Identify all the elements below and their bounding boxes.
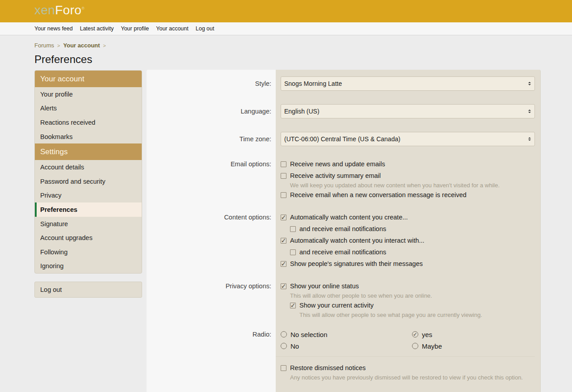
checkbox-label: Receive news and update emails (290, 160, 385, 168)
sidebar-item-password-and-security[interactable]: Password and security (35, 174, 142, 189)
sidebar-item-account-details[interactable]: Account details (35, 160, 142, 174)
field-label-privacy-options: Privacy options: (147, 275, 276, 324)
checkbox-unchecked[interactable] (281, 192, 286, 198)
breadcrumb-link-forums[interactable]: Forums (34, 42, 54, 49)
nav-item-log-out[interactable]: Log out (196, 25, 214, 32)
breadcrumb-link-your-account[interactable]: Your account (63, 42, 100, 49)
sidebar-item-ignoring[interactable]: Ignoring (35, 259, 142, 274)
field-label-email-options: Email options: (147, 153, 276, 206)
row-content: No selectionNo✓yesMaybe (276, 324, 540, 356)
checkbox-row-and-receive-email-notifications: and receive email notifications (290, 223, 535, 235)
checkbox-row-show-people-s-signatures-with-their-messages: ✓Show people's signatures with their mes… (281, 258, 535, 270)
nav-item-your-news-feed[interactable]: Your news feed (34, 25, 73, 32)
form-row-content-options: Content options:✓Automatically watch con… (147, 206, 540, 275)
sidebar-item-reactions-received[interactable]: Reactions received (35, 115, 142, 130)
checkbox-label: and receive email notifications (299, 249, 386, 256)
time-zone-select[interactable]: (UTC-06:00) Central Time (US & Canada) (281, 132, 535, 146)
radio-unselected[interactable] (281, 343, 287, 349)
form-row-style: Style:Snogs Morning Latte (147, 70, 540, 97)
sidebar-item-preferences[interactable]: Preferences (35, 202, 142, 217)
checkbox-row-restore-dismissed-notices: Restore dismissed notices (281, 362, 535, 374)
checkbox-unchecked[interactable] (281, 365, 286, 371)
language-select[interactable]: English (US) (281, 104, 535, 118)
sidebar-item-signature[interactable]: Signature (35, 217, 142, 231)
preferences-form-panel: Style:Snogs Morning LatteLanguage:Englis… (147, 70, 541, 392)
row-content: Restore dismissed noticesAny notices you… (276, 357, 540, 387)
select-arrows-icon (528, 110, 531, 113)
form-row-language: Language:English (US) (147, 97, 540, 125)
row-content: (UTC-06:00) Central Time (US & Canada) (276, 125, 540, 153)
checkbox-unchecked[interactable] (290, 226, 296, 232)
checkbox-unchecked[interactable] (290, 249, 296, 255)
checkbox-row-receive-activity-summary-email: Receive activity summary email (281, 170, 535, 181)
radio-row-maybe: Maybe (412, 340, 442, 352)
field-label-radio: Radio: (147, 324, 276, 356)
checkbox-row-receive-email-when-a-new-conversation-message-is-received: Receive email when a new conversation me… (281, 189, 535, 201)
arrow-down-icon (528, 139, 531, 141)
radio-unselected[interactable] (412, 343, 418, 349)
form-row-privacy-options: Privacy options:✓Show your online status… (147, 275, 540, 324)
checkbox-checked[interactable]: ✓ (290, 303, 296, 308)
checkbox-label: Receive email when a new conversation me… (290, 191, 467, 198)
field-label-content-options: Content options: (147, 206, 276, 275)
radio-label: No (290, 342, 299, 350)
radio-selected[interactable]: ✓ (412, 331, 418, 337)
arrow-up-icon (528, 137, 531, 139)
top-nav: Your news feedLatest activityYour profil… (0, 22, 572, 35)
sidebar-item-alerts[interactable]: Alerts (35, 101, 142, 116)
select-arrows-icon (528, 82, 531, 85)
arrow-up-icon (528, 82, 531, 83)
form-row-radio: Radio:No selectionNo✓yesMaybe (147, 324, 540, 356)
radio-row-no-selection: No selection (281, 329, 412, 340)
hint-text: This will allow other people to see what… (299, 311, 535, 319)
arrow-down-icon (528, 84, 531, 85)
nav-item-your-profile[interactable]: Your profile (121, 25, 149, 32)
page-title: Preferences (34, 53, 92, 66)
checkbox-label: Automatically watch content you create..… (290, 214, 408, 221)
nav-item-latest-activity[interactable]: Latest activity (80, 25, 114, 32)
row-content: Snogs Morning Latte (276, 70, 540, 97)
checkbox-label: Receive activity summary email (290, 172, 381, 179)
checkbox-label: and receive email notifications (299, 225, 386, 232)
time-zone-select-value: (UTC-06:00) Central Time (US & Canada) (284, 135, 528, 143)
hint-text: We will keep you updated about new conte… (290, 181, 535, 189)
form-row-row: Restore dismissed noticesAny notices you… (147, 357, 540, 387)
checkbox-label: Restore dismissed notices (290, 364, 366, 371)
checkbox-unchecked[interactable] (281, 161, 286, 167)
checkbox-row-show-your-current-activity: ✓Show your current activity (290, 299, 535, 311)
checkbox-checked[interactable]: ✓ (281, 283, 286, 289)
sidebar-logout-button[interactable]: Log out (34, 282, 142, 298)
radio-column: No selectionNo (281, 329, 412, 352)
checkbox-row-automatically-watch-content-you-create: ✓Automatically watch content you create.… (281, 211, 535, 223)
language-select-value: English (US) (284, 108, 528, 115)
sidebar-item-your-profile[interactable]: Your profile (35, 87, 142, 101)
sidebar-item-account-upgrades[interactable]: Account upgrades (35, 231, 142, 245)
breadcrumb-separator-icon: > (103, 43, 106, 48)
row-content: English (US) (276, 97, 540, 125)
checkbox-label: Show your current activity (299, 302, 374, 309)
checkbox-checked[interactable]: ✓ (281, 261, 286, 267)
nav-item-your-account[interactable]: Your account (156, 25, 189, 32)
logo-trademark: ® (82, 6, 85, 11)
radio-label: yes (422, 331, 432, 338)
field-label-row (147, 357, 276, 387)
breadcrumb-separator-icon: > (57, 43, 60, 48)
app-header: xenForo® (0, 0, 572, 22)
arrow-down-icon (528, 112, 531, 113)
sidebar-item-following[interactable]: Following (35, 245, 142, 259)
row-content: ✓Show your online statusThis will allow … (276, 275, 540, 324)
field-label-language: Language: (147, 97, 276, 125)
style-select[interactable]: Snogs Morning Latte (281, 76, 535, 91)
radio-unselected[interactable] (281, 331, 287, 337)
checkbox-row-and-receive-email-notifications: and receive email notifications (290, 246, 535, 258)
sidebar-item-bookmarks[interactable]: Bookmarks (35, 130, 142, 144)
form-row-time-zone: Time zone:(UTC-06:00) Central Time (US &… (147, 125, 540, 153)
checkbox-unchecked[interactable] (281, 173, 286, 179)
logo-foro: Foro (55, 3, 81, 17)
sidebar-item-privacy[interactable]: Privacy (35, 189, 142, 203)
xenforo-logo[interactable]: xenForo® (34, 3, 85, 17)
style-select-value: Snogs Morning Latte (284, 80, 528, 87)
checkbox-checked[interactable]: ✓ (281, 238, 286, 244)
row-content: Receive news and update emailsReceive ac… (276, 153, 540, 206)
checkbox-checked[interactable]: ✓ (281, 215, 286, 220)
